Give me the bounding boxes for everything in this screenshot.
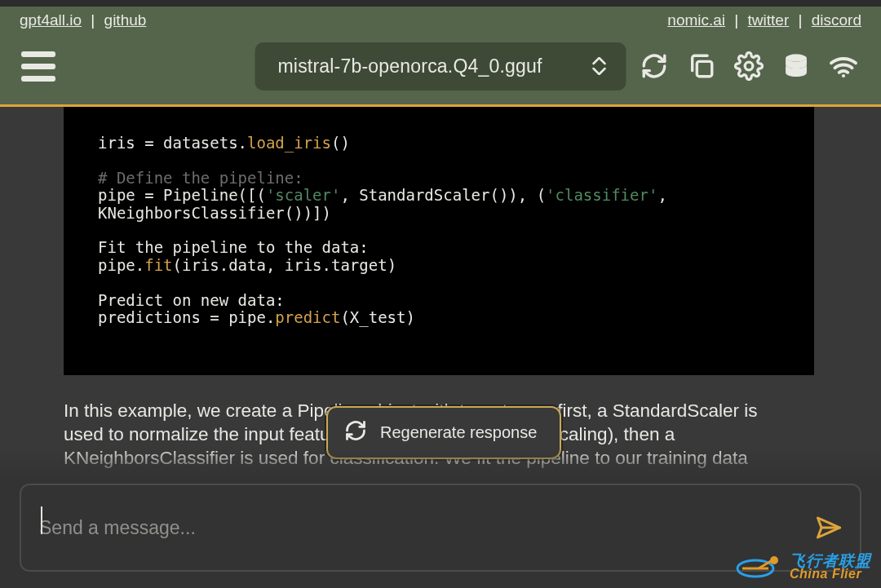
code-text: Fit the pipeline to the data: — [98, 238, 369, 256]
gear-icon[interactable] — [734, 51, 764, 81]
code-text: iris = datasets. — [98, 134, 247, 152]
code-text: KNeighborsClassifier())]) — [98, 204, 331, 222]
regenerate-label: Regenerate response — [380, 423, 537, 442]
link-bar: gpt4all.io | github nomic.ai | twitter |… — [20, 7, 861, 29]
link-github[interactable]: github — [104, 11, 147, 29]
code-text: Predict on new data: — [98, 291, 285, 309]
menu-button[interactable] — [20, 47, 57, 85]
code-text: (iris.data, iris.target) — [173, 256, 397, 274]
refresh-icon — [344, 419, 367, 446]
code-text: load_iris — [247, 134, 331, 152]
database-icon[interactable] — [781, 51, 811, 81]
message-input-box[interactable] — [20, 484, 861, 572]
link-nomic[interactable]: nomic.ai — [667, 11, 725, 29]
link-sep: | — [730, 11, 743, 29]
links-right: nomic.ai | twitter | discord — [667, 11, 861, 29]
code-text: 'classifier' — [546, 186, 657, 204]
model-select[interactable]: mistral-7b-openorca.Q4_0.gguf — [255, 42, 626, 91]
svg-point-1 — [745, 62, 753, 70]
link-sep: | — [794, 11, 807, 29]
regenerate-button[interactable]: Regenerate response — [326, 406, 561, 459]
link-sep: | — [86, 11, 100, 29]
code-comment: # Define the pipeline: — [98, 169, 303, 187]
code-text: pipe. — [98, 256, 144, 274]
svg-rect-0 — [697, 61, 711, 76]
message-input[interactable] — [39, 517, 842, 539]
code-text: predict — [275, 308, 340, 326]
chevron-updown-icon — [592, 57, 607, 75]
link-twitter[interactable]: twitter — [748, 11, 790, 29]
model-name: mistral-7b-openorca.Q4_0.gguf — [278, 55, 542, 77]
code-text: fit — [144, 256, 172, 274]
header-main: mistral-7b-openorca.Q4_0.gguf — [20, 34, 861, 98]
toolbar — [640, 51, 861, 81]
code-text: (X_test) — [340, 308, 415, 326]
code-text: , StandardScaler()), ( — [340, 186, 546, 204]
composer — [0, 474, 881, 588]
svg-point-5 — [786, 55, 807, 62]
code-block: iris = datasets.load_iris() # Define the… — [64, 107, 814, 375]
code-text: 'scaler' — [266, 186, 341, 204]
app-header: gpt4all.io | github nomic.ai | twitter |… — [0, 0, 881, 104]
links-left: gpt4all.io | github — [20, 11, 146, 29]
refresh-icon[interactable] — [640, 51, 669, 81]
send-button[interactable] — [812, 511, 845, 544]
svg-point-6 — [842, 74, 845, 77]
link-discord[interactable]: discord — [812, 11, 861, 29]
text-caret — [41, 506, 42, 534]
code-text: predictions = pipe. — [98, 308, 275, 326]
code-text: () — [331, 134, 350, 152]
copy-icon[interactable] — [687, 51, 716, 81]
link-gpt4all[interactable]: gpt4all.io — [20, 11, 82, 29]
wifi-icon[interactable] — [829, 51, 858, 81]
code-text: , — [657, 186, 666, 204]
code-text: pipe = Pipeline([( — [98, 186, 266, 204]
